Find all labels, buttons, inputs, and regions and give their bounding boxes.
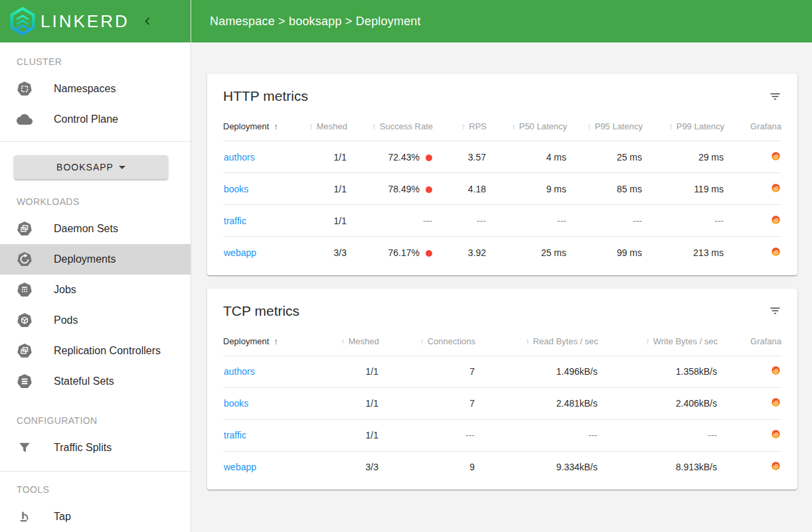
deployment-link[interactable]: authors xyxy=(224,152,255,163)
p99-cell: 213 ms xyxy=(643,237,724,269)
deployment-link[interactable]: webapp xyxy=(224,462,256,472)
sidebar-item-deployments[interactable]: Deployments xyxy=(0,244,191,275)
column-header-p99-latency[interactable]: ↑P99 Latency xyxy=(643,105,724,141)
funnel-icon xyxy=(17,440,33,456)
p95-cell: --- xyxy=(567,205,643,237)
deployment-link[interactable]: books xyxy=(224,398,248,409)
sort-arrow-icon: ↑ xyxy=(525,336,530,346)
sort-arrow-icon: ↑ xyxy=(274,121,278,131)
sidebar-item-jobs[interactable]: Jobs xyxy=(0,275,191,305)
grafana-icon[interactable] xyxy=(771,247,781,257)
daemon-sets-icon xyxy=(17,221,33,237)
column-header-p95-latency[interactable]: ↑P95 Latency xyxy=(567,105,643,141)
sidebar-item-daemon-sets[interactable]: Daemon Sets xyxy=(0,214,191,244)
grafana-cell xyxy=(718,419,781,451)
column-header-success-rate[interactable]: ↑Success Rate xyxy=(347,105,433,141)
table-row: webapp3/376.17%3.9225 ms99 ms213 ms xyxy=(223,237,781,269)
column-header-write-bytes-sec[interactable]: ↑Write Bytes / sec xyxy=(598,320,718,356)
p99-cell: --- xyxy=(643,205,724,237)
table-row: books1/172.481kB/s2.406kB/s xyxy=(223,387,781,419)
deployment-link[interactable]: traffic xyxy=(224,430,246,440)
tcp-metrics-card: TCP metrics Deployment↑↑Meshed↑Connectio xyxy=(207,289,797,490)
deployment-link[interactable]: books xyxy=(224,184,248,194)
meshed-cell: 1/1 xyxy=(296,205,347,237)
deployment-link[interactable]: traffic xyxy=(224,216,246,226)
write-value: --- xyxy=(708,430,717,440)
meshed-value: 1/1 xyxy=(366,430,378,440)
write-cell: 8.913kB/s xyxy=(598,451,718,483)
meshed-cell: 1/1 xyxy=(296,173,347,205)
rps-cell: 3.92 xyxy=(433,237,487,269)
sidebar-item-pods[interactable]: Pods xyxy=(0,305,191,336)
section-label-tools: TOOLS xyxy=(0,472,191,501)
namespace-selector-button[interactable]: BOOKSAPP xyxy=(14,155,168,179)
linkerd-logo[interactable]: LINKERD xyxy=(9,7,129,36)
sidebar-item-label: Deployments xyxy=(54,253,116,265)
column-header-read-bytes-sec[interactable]: ↑Read Bytes / sec xyxy=(475,320,598,356)
sidebar-item-control-plane[interactable]: Control Plane xyxy=(0,104,191,135)
status-dot xyxy=(426,186,432,193)
replication-controllers-icon xyxy=(17,343,33,359)
p95-cell: 25 ms xyxy=(567,141,643,173)
meshed-value: 1/1 xyxy=(366,366,378,377)
logo-text: LINKERD xyxy=(41,11,129,32)
sidebar-nav: CLUSTER Namespaces Control Plane xyxy=(0,42,191,532)
column-header-meshed[interactable]: ↑Meshed xyxy=(303,320,379,356)
write-value: 1.358kB/s xyxy=(676,366,717,377)
p95-value: --- xyxy=(633,216,642,226)
rps-cell: 3.57 xyxy=(433,141,487,173)
sidebar-item-stateful-sets[interactable]: Stateful Sets xyxy=(0,366,191,397)
grafana-icon[interactable] xyxy=(771,461,781,471)
grafana-cell xyxy=(718,356,781,387)
success_rate-value: --- xyxy=(423,216,432,226)
p50-value: --- xyxy=(557,216,566,226)
column-header-rps[interactable]: ↑RPS xyxy=(433,105,487,141)
sidebar-item-label: Jobs xyxy=(54,284,76,296)
card-header: HTTP metrics xyxy=(207,74,797,105)
app-window: LINKERD CLUSTER Namespaces xyxy=(0,0,812,532)
column-header-deployment[interactable]: Deployment↑ xyxy=(223,105,296,141)
grafana-icon[interactable] xyxy=(771,397,781,407)
grafana-icon[interactable] xyxy=(771,183,781,193)
connections-cell: 9 xyxy=(379,451,475,483)
column-header-p50-latency[interactable]: ↑P50 Latency xyxy=(487,105,567,141)
card-title: TCP metrics xyxy=(223,303,299,319)
filter-list-icon[interactable] xyxy=(769,90,781,103)
connections-value: 7 xyxy=(469,366,475,377)
column-header-deployment[interactable]: Deployment↑ xyxy=(223,320,303,356)
deployment-cell: traffic xyxy=(223,205,296,237)
column-header-connections[interactable]: ↑Connections xyxy=(379,320,475,356)
sidebar-item-label: Tap xyxy=(54,511,71,523)
write-cell: --- xyxy=(598,419,718,451)
column-header-meshed[interactable]: ↑Meshed xyxy=(296,105,347,141)
deployment-cell: traffic xyxy=(223,419,303,451)
column-label: Grafana xyxy=(750,336,781,346)
sidebar-item-tap[interactable]: Tap xyxy=(0,501,191,532)
p50-cell: 25 ms xyxy=(487,237,567,269)
section-label-workloads: WORKLOADS xyxy=(0,179,191,214)
sort-arrow-icon: ↑ xyxy=(645,336,650,346)
grafana-icon[interactable] xyxy=(771,429,781,439)
chevron-left-icon[interactable] xyxy=(140,14,155,29)
sidebar-item-traffic-splits[interactable]: Traffic Splits xyxy=(0,432,191,463)
grafana-icon[interactable] xyxy=(771,366,781,375)
p95-cell: 85 ms xyxy=(567,173,643,205)
sort-arrow-icon: ↑ xyxy=(309,121,313,131)
filter-list-icon[interactable] xyxy=(769,304,781,317)
p50-cell: --- xyxy=(487,205,567,237)
table-row: authors1/172.43%3.574 ms25 ms29 ms xyxy=(223,141,781,173)
column-label: P99 Latency xyxy=(677,121,724,131)
read-value: 9.334kB/s xyxy=(556,462,598,472)
meshed-cell: 3/3 xyxy=(303,451,379,483)
deployment-link[interactable]: authors xyxy=(224,366,255,377)
http-metrics-table: Deployment↑↑Meshed↑Success Rate↑RPS↑P50 … xyxy=(223,105,781,269)
grafana-icon[interactable] xyxy=(771,151,781,161)
grafana-icon[interactable] xyxy=(771,215,781,225)
sidebar-item-namespaces[interactable]: Namespaces xyxy=(0,74,191,104)
table-wrap: Deployment↑↑Meshed↑Success Rate↑RPS↑P50 … xyxy=(207,105,797,275)
deployment-link[interactable]: webapp xyxy=(224,247,256,258)
breadcrumb[interactable]: Namespace > booksapp > Deployment xyxy=(210,15,421,29)
rps-cell: 4.18 xyxy=(433,173,487,205)
deployment-cell: books xyxy=(223,173,296,205)
sidebar-item-replication-controllers[interactable]: Replication Controllers xyxy=(0,336,191,366)
